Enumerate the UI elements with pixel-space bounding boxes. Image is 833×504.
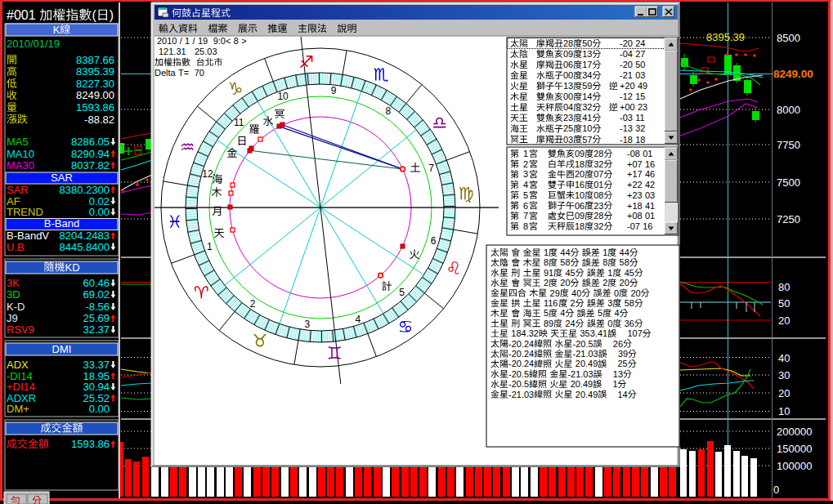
svg-text:2010: 2010 (157, 36, 177, 46)
svg-text:1: 1 (607, 268, 612, 278)
svg-text:03: 03 (635, 70, 645, 80)
svg-text:SAR: SAR (7, 184, 29, 196)
svg-text:3D: 3D (7, 288, 20, 301)
svg-text:12: 12 (202, 168, 213, 180)
svg-text:01: 01 (645, 211, 655, 221)
svg-text:13: 13 (613, 369, 623, 379)
svg-text:): ) (110, 8, 114, 22)
svg-text:07: 07 (593, 169, 603, 179)
svg-text:36: 36 (625, 319, 634, 328)
svg-text:K: K (53, 24, 60, 36)
svg-text:8037.82: 8037.82 (71, 159, 110, 172)
svg-text:2: 2 (544, 278, 549, 288)
svg-text:0: 0 (607, 319, 612, 328)
svg-text:-21.03: -21.03 (567, 369, 593, 379)
svg-text:-21.03: -21.03 (573, 349, 598, 359)
svg-text:1: 1 (523, 149, 528, 158)
svg-text:-20: -20 (620, 38, 633, 48)
svg-text:40: 40 (571, 288, 581, 298)
svg-text:4: 4 (356, 314, 361, 325)
svg-text:1593.86: 1593.86 (71, 438, 110, 450)
svg-text:01: 01 (593, 180, 603, 190)
svg-text:44: 44 (620, 248, 629, 257)
svg-text:18: 18 (575, 221, 584, 231)
svg-text:DMI: DMI (52, 343, 72, 355)
svg-text:5: 5 (523, 190, 528, 200)
svg-text:-20.24: -20.24 (508, 339, 534, 349)
svg-text:7: 7 (523, 211, 528, 221)
svg-text:100000: 100000 (777, 460, 812, 472)
svg-text:-88.82: -88.82 (84, 114, 114, 126)
svg-text:4: 4 (615, 308, 620, 318)
svg-text:8395.39: 8395.39 (706, 31, 745, 43)
svg-text:69.02: 69.02 (83, 288, 110, 301)
svg-text:4: 4 (523, 180, 528, 190)
svg-text:49: 49 (638, 81, 647, 91)
svg-text:20: 20 (575, 169, 584, 179)
svg-text:-20.24: -20.24 (508, 349, 534, 359)
svg-text:25.69: 25.69 (83, 312, 110, 324)
svg-text:-08: -08 (627, 149, 640, 158)
svg-text:23: 23 (563, 113, 573, 123)
svg-text:23: 23 (638, 102, 647, 112)
svg-text:04: 04 (563, 102, 573, 112)
svg-text:10: 10 (277, 91, 289, 102)
svg-text:2: 2 (602, 278, 607, 288)
svg-text:+23: +23 (627, 190, 643, 200)
svg-text:89: 89 (544, 319, 553, 328)
svg-text:34: 34 (582, 70, 592, 80)
svg-text:107: 107 (627, 328, 642, 338)
svg-text:Delta: Delta (155, 68, 177, 78)
svg-text:8: 8 (386, 105, 392, 117)
svg-text:50: 50 (635, 60, 645, 69)
svg-text:18: 18 (575, 159, 584, 169)
svg-text:+22: +22 (627, 180, 643, 190)
svg-text:28: 28 (563, 38, 573, 48)
svg-text:3K: 3K (7, 277, 20, 289)
svg-text:-8.56: -8.56 (85, 301, 110, 313)
svg-text:8380.2300: 8380.2300 (60, 184, 110, 196)
svg-text:32: 32 (593, 221, 603, 231)
svg-text:28: 28 (593, 149, 603, 158)
svg-text:6: 6 (523, 201, 528, 211)
svg-text:03: 03 (563, 135, 573, 145)
svg-text:70: 70 (195, 68, 204, 78)
svg-text:80: 80 (778, 281, 790, 293)
svg-text:20.49: 20.49 (575, 390, 598, 399)
svg-text:8249.00: 8249.00 (773, 68, 813, 80)
svg-text:45: 45 (625, 268, 634, 278)
svg-text:41: 41 (645, 201, 655, 211)
svg-text:MA5: MA5 (7, 136, 29, 148)
svg-text:-20: -20 (620, 60, 633, 69)
svg-text:8: 8 (234, 36, 239, 46)
svg-text:27: 27 (635, 49, 645, 59)
svg-text:-20.5: -20.5 (508, 379, 529, 389)
svg-text:+08: +08 (627, 211, 643, 221)
svg-text:9: 9 (331, 85, 337, 96)
svg-text:8395.39: 8395.39 (76, 65, 114, 78)
svg-text:(: ( (92, 8, 96, 22)
svg-text:40: 40 (778, 352, 790, 364)
svg-text:00: 00 (563, 70, 573, 80)
svg-text:45: 45 (565, 268, 575, 278)
svg-text:20: 20 (620, 278, 629, 288)
svg-text:16: 16 (643, 221, 652, 231)
svg-text:-12: -12 (620, 91, 633, 101)
svg-text:58: 58 (625, 298, 634, 308)
svg-text:8249.00: 8249.00 (76, 89, 114, 101)
svg-text:09: 09 (575, 149, 584, 158)
svg-text:58: 58 (620, 257, 629, 267)
svg-text:J9: J9 (7, 312, 18, 324)
svg-text:8: 8 (523, 221, 528, 231)
svg-text:8500: 8500 (777, 32, 800, 44)
svg-text:-03: -03 (620, 113, 633, 123)
svg-text:8: 8 (602, 257, 607, 267)
svg-text:-18: -18 (620, 135, 633, 145)
svg-text:-21.03: -21.03 (508, 390, 534, 399)
svg-text:MA10: MA10 (7, 148, 34, 160)
svg-text:50: 50 (582, 38, 592, 48)
svg-text:1: 1 (207, 241, 213, 252)
svg-text:25: 25 (563, 123, 573, 133)
svg-text:06: 06 (575, 201, 584, 211)
svg-text:B-Band: B-Band (44, 217, 79, 230)
